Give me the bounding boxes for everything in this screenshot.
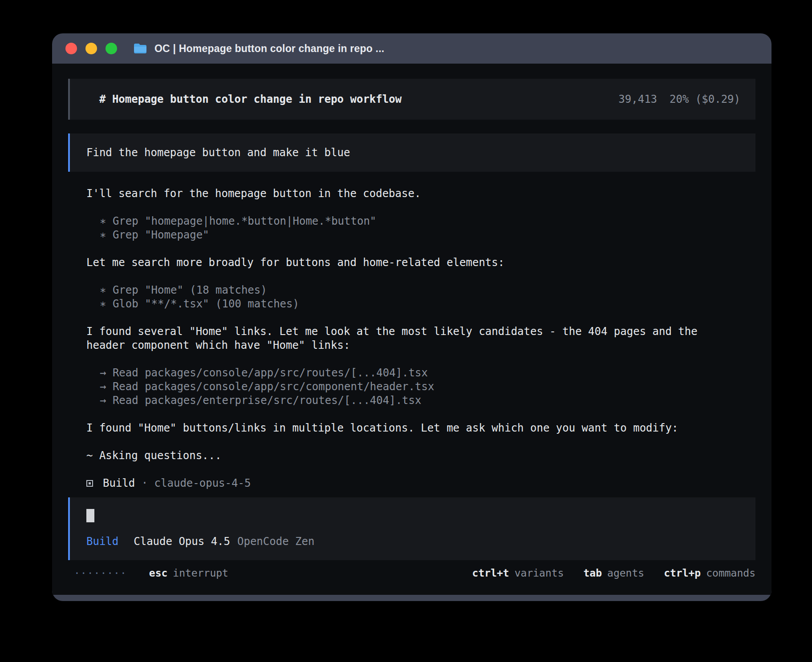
tool-call-line: → Read packages/console/app/src/routes/[… [100, 366, 755, 380]
blank-line [86, 242, 755, 256]
assistant-text-line: Let me search more broadly for buttons a… [86, 256, 755, 270]
terminal-window: OC | Homepage button color change in rep… [52, 33, 771, 601]
tool-call-line: ∗ Grep "homepage|home.*button|Home.*butt… [100, 214, 755, 228]
shortcut-label: variants [515, 566, 564, 580]
spinner-dots: ········ [74, 566, 127, 580]
terminal-content: # Homepage button color change in repo w… [52, 64, 771, 595]
window-title: OC | Homepage button color change in rep… [154, 43, 384, 55]
token-count: 39,413 [618, 93, 657, 105]
shortcut-key: ctrl+t [472, 566, 509, 580]
transcript: I'll search for the homepage button in t… [86, 187, 755, 490]
window-titlebar[interactable]: OC | Homepage button color change in rep… [52, 33, 771, 64]
folder-icon [133, 43, 147, 54]
context-cost: 20% ($0.29) [670, 93, 740, 105]
agent-mode: Build [86, 535, 118, 549]
tool-call-line: → Read packages/console/app/src/componen… [100, 380, 755, 394]
shortcut-label: commands [706, 566, 755, 580]
blank-line [86, 270, 755, 283]
blank-line [86, 352, 755, 366]
traffic-lights [60, 43, 117, 54]
assistant-text-line: I found "Home" buttons/links in multiple… [86, 421, 755, 435]
model-name: Claude Opus 4.5 [134, 535, 230, 549]
agent-separator: · [135, 476, 154, 490]
blank-line [86, 311, 755, 325]
agent-status-line: Build · claude-opus-4-5 [86, 476, 755, 490]
interrupt-label: interrupt [173, 566, 228, 580]
text-cursor [86, 509, 94, 522]
agent-model: claude-opus-4-5 [154, 476, 251, 490]
session-header: # Homepage button color change in repo w… [68, 79, 755, 120]
assistant-text-line: I'll search for the homepage button in t… [86, 187, 755, 201]
session-meta: 39,413 20% ($0.29) [618, 93, 740, 105]
session-title: # Homepage button color change in repo w… [99, 93, 402, 105]
input-meta: Build Claude Opus 4.5 OpenCode Zen [86, 535, 740, 549]
agent-icon [86, 480, 93, 487]
shortcut-key: tab [583, 566, 602, 580]
shortcut-label: agents [607, 566, 644, 580]
close-button[interactable] [65, 43, 77, 54]
shortcut-hint: ctrl+tvariants [472, 566, 564, 580]
status-shortcuts: ctrl+tvariantstabagentsctrl+pcommands [472, 566, 755, 580]
prompt-input[interactable]: Build Claude Opus 4.5 OpenCode Zen [68, 497, 755, 560]
tool-call-line: ∗ Grep "Home" (18 matches) [100, 283, 755, 297]
blank-line [86, 408, 755, 421]
provider-name: OpenCode Zen [237, 535, 314, 549]
title-area: OC | Homepage button color change in rep… [133, 43, 384, 55]
shortcut-hint: tabagents [583, 566, 644, 580]
status-left: ········ esc interrupt [74, 566, 228, 580]
minimize-button[interactable] [85, 43, 97, 54]
interrupt-key: esc [149, 566, 168, 580]
user-message: Find the homepage button and make it blu… [68, 133, 755, 172]
zoom-button[interactable] [106, 43, 117, 54]
tool-call-line: ∗ Grep "Homepage" [100, 228, 755, 242]
agent-name: Build [103, 476, 135, 490]
tool-call-line: ∗ Glob "**/*.tsx" (100 matches) [100, 297, 755, 311]
shortcut-key: ctrl+p [664, 566, 701, 580]
blank-line [86, 201, 755, 214]
assistant-text-line: ~ Asking questions... [86, 449, 755, 463]
blank-line [86, 435, 755, 449]
shortcut-hint: ctrl+pcommands [664, 566, 755, 580]
user-message-text: Find the homepage button and make it blu… [86, 146, 350, 159]
status-bar: ········ esc interrupt ctrl+tvariantstab… [68, 566, 755, 580]
assistant-text-line: I found several "Home" links. Let me loo… [86, 325, 755, 352]
tool-call-line: → Read packages/enterprise/src/routes/[.… [100, 394, 755, 408]
blank-line [86, 463, 755, 476]
interrupt-hint: esc interrupt [149, 566, 228, 580]
